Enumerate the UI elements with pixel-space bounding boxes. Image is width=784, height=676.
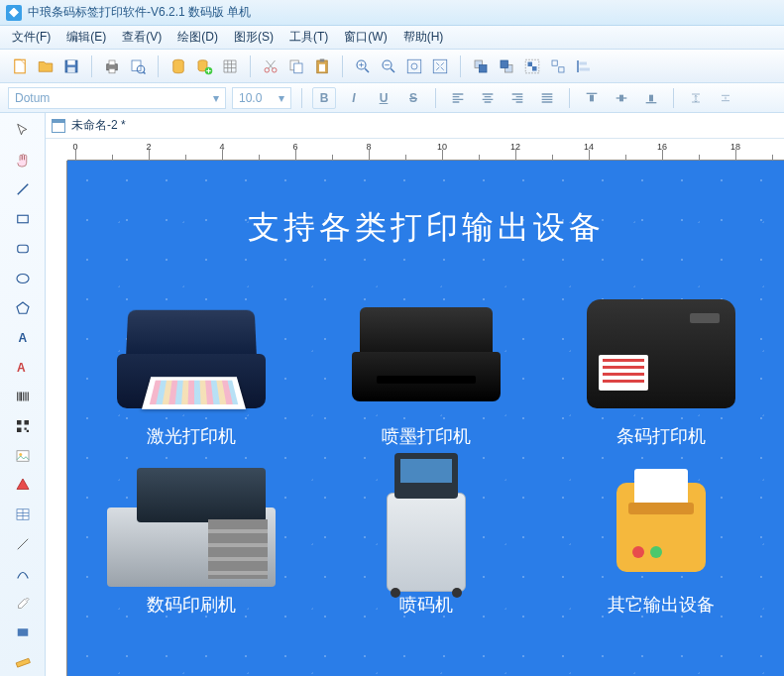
eyedropper-tool[interactable] bbox=[8, 590, 38, 618]
svg-rect-2 bbox=[67, 60, 75, 65]
svg-rect-40 bbox=[590, 94, 594, 101]
document-tab[interactable]: 未命名-2 * bbox=[71, 117, 126, 134]
workspace: A A 未命名-2 * 024681012141618 支持各类打印输出设备 bbox=[0, 113, 784, 676]
svg-rect-5 bbox=[109, 60, 115, 65]
table-tool[interactable] bbox=[8, 501, 38, 528]
print-preview-button[interactable] bbox=[126, 55, 150, 78]
database-add-button[interactable] bbox=[192, 55, 216, 78]
valign-middle-button[interactable] bbox=[610, 87, 633, 109]
svg-text:A: A bbox=[18, 331, 27, 345]
device-barcode: 条码打印机 bbox=[553, 289, 768, 448]
menu-view[interactable]: 查看(V) bbox=[114, 26, 169, 49]
line-tool[interactable] bbox=[8, 176, 38, 204]
svg-rect-0 bbox=[15, 59, 26, 73]
svg-rect-30 bbox=[501, 60, 508, 68]
tool-palette: A A bbox=[0, 113, 46, 676]
zoom-fit-button[interactable] bbox=[402, 55, 426, 78]
italic-button[interactable]: I bbox=[342, 87, 366, 109]
spacing-inc-button[interactable] bbox=[684, 87, 708, 109]
svg-rect-35 bbox=[559, 66, 564, 71]
roundrect-tool[interactable] bbox=[8, 235, 38, 263]
measure-tool[interactable] bbox=[8, 648, 38, 676]
text-tool[interactable]: A bbox=[8, 324, 38, 352]
rect-tool[interactable] bbox=[8, 205, 38, 233]
send-back-button[interactable] bbox=[495, 55, 518, 78]
menu-file[interactable]: 文件(F) bbox=[4, 26, 58, 49]
hand-tool[interactable] bbox=[8, 147, 38, 174]
align-right-button[interactable] bbox=[505, 87, 529, 109]
open-button[interactable] bbox=[34, 55, 57, 78]
valign-top-button[interactable] bbox=[580, 87, 604, 109]
menu-help[interactable]: 帮助(H) bbox=[395, 26, 452, 49]
ungroup-button[interactable] bbox=[546, 55, 570, 78]
main-toolbar bbox=[0, 50, 784, 83]
device-inkjet: 喷墨打印机 bbox=[318, 289, 533, 448]
ellipse-tool[interactable] bbox=[8, 265, 38, 292]
align-button[interactable] bbox=[572, 55, 596, 78]
font-size-combo[interactable]: 10.0▾ bbox=[232, 87, 291, 109]
select-tool[interactable] bbox=[8, 117, 38, 145]
qrcode-tool[interactable] bbox=[8, 412, 38, 440]
svg-rect-47 bbox=[17, 245, 28, 253]
grid-button[interactable] bbox=[218, 55, 242, 78]
svg-rect-24 bbox=[407, 59, 421, 73]
print-button[interactable] bbox=[100, 55, 124, 78]
app-icon bbox=[6, 5, 22, 21]
copy-button[interactable] bbox=[284, 55, 308, 78]
fill-tool[interactable] bbox=[8, 620, 38, 647]
group-button[interactable] bbox=[520, 55, 544, 78]
caption-coder: 喷码机 bbox=[399, 593, 453, 617]
align-left-button[interactable] bbox=[446, 87, 470, 109]
canvas[interactable]: 支持各类打印输出设备 激光打印机 喷墨打印机 条码打印机 bbox=[67, 161, 784, 676]
content-heading: 支持各类打印输出设备 bbox=[83, 206, 768, 250]
underline-button[interactable]: U bbox=[372, 87, 395, 109]
device-coder: 喷码机 bbox=[318, 458, 533, 617]
svg-point-48 bbox=[17, 274, 29, 282]
menu-window[interactable]: 窗口(W) bbox=[336, 26, 394, 49]
caption-barcode: 条码打印机 bbox=[616, 424, 706, 448]
svg-rect-6 bbox=[109, 68, 115, 73]
svg-rect-46 bbox=[17, 216, 28, 224]
zoom-in-button[interactable] bbox=[351, 55, 375, 78]
save-button[interactable] bbox=[59, 55, 83, 78]
valign-bottom-button[interactable] bbox=[639, 87, 663, 109]
new-button[interactable] bbox=[8, 55, 32, 78]
svg-line-45 bbox=[17, 184, 28, 195]
align-justify-button[interactable] bbox=[535, 87, 559, 109]
bold-button[interactable]: B bbox=[312, 87, 336, 109]
cut-button[interactable] bbox=[259, 55, 282, 78]
device-laser: 激光打印机 bbox=[83, 289, 298, 448]
svg-line-21 bbox=[365, 68, 369, 72]
title-bar: 中琅条码标签打印软件-V6.2.1 数码版 单机 bbox=[0, 0, 784, 26]
bring-front-button[interactable] bbox=[469, 55, 493, 78]
polygon-tool[interactable] bbox=[8, 294, 38, 322]
line2-tool[interactable] bbox=[8, 530, 38, 558]
curve-tool[interactable] bbox=[8, 560, 38, 588]
menu-tool[interactable]: 工具(T) bbox=[281, 26, 336, 49]
menu-shape[interactable]: 图形(S) bbox=[226, 26, 281, 49]
caption-inkjet: 喷墨打印机 bbox=[382, 424, 471, 448]
shape-tool[interactable] bbox=[8, 472, 38, 500]
svg-rect-26 bbox=[433, 59, 447, 73]
caption-digital: 数码印刷机 bbox=[147, 593, 236, 617]
menu-edit[interactable]: 编辑(E) bbox=[58, 26, 114, 49]
strike-button[interactable]: S bbox=[401, 87, 425, 109]
svg-rect-18 bbox=[320, 58, 325, 61]
font-name: Dotum bbox=[15, 91, 50, 105]
align-center-button[interactable] bbox=[476, 87, 500, 109]
svg-rect-55 bbox=[26, 430, 28, 432]
image-tool[interactable] bbox=[8, 442, 38, 470]
zoom-out-button[interactable] bbox=[377, 55, 400, 78]
zoom-actual-button[interactable] bbox=[428, 55, 452, 78]
paste-button[interactable] bbox=[310, 55, 334, 78]
device-digital: 数码印刷机 bbox=[83, 458, 298, 617]
richtext-tool[interactable]: A bbox=[8, 353, 38, 381]
spacing-dec-button[interactable] bbox=[714, 87, 737, 109]
svg-line-23 bbox=[391, 68, 394, 72]
format-toolbar: Dotum▾ 10.0▾ B I U S bbox=[0, 83, 784, 113]
menu-draw[interactable]: 绘图(D) bbox=[169, 26, 226, 49]
barcode-tool[interactable] bbox=[8, 383, 38, 410]
svg-rect-3 bbox=[67, 66, 75, 71]
database-button[interactable] bbox=[167, 55, 190, 78]
font-combo[interactable]: Dotum▾ bbox=[8, 87, 226, 109]
